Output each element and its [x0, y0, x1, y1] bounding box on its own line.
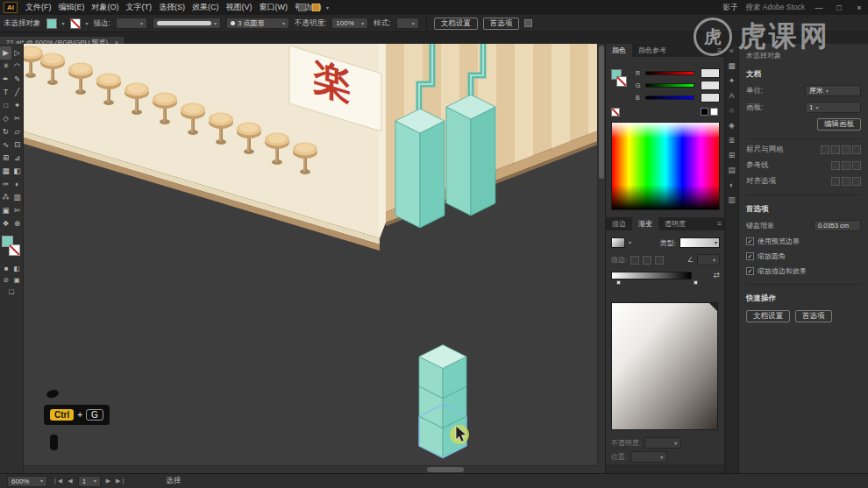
gradient-stop[interactable]	[694, 280, 698, 285]
canvas-area[interactable]: 楽	[24, 44, 605, 473]
brush-definition-select[interactable]: 3 点圆形▾	[226, 18, 289, 29]
graphic-styles-icon[interactable]: ◈	[725, 118, 738, 133]
next-artboard-icon[interactable]: ▶	[106, 477, 110, 484]
rotate-tool[interactable]: ↻	[0, 125, 11, 138]
lasso-tool[interactable]: ◠	[11, 60, 23, 73]
mesh-tool[interactable]: ▦	[0, 165, 11, 178]
panel-menu-icon[interactable]: ≡	[714, 44, 725, 57]
vertical-scrollbar[interactable]	[597, 44, 605, 465]
gradient-tool[interactable]: ◧	[11, 165, 23, 178]
none-swatch-icon[interactable]: ⊘	[2, 275, 11, 285]
menu-effect[interactable]: 效果(C)	[192, 2, 219, 13]
teal-prism-left[interactable]	[395, 109, 445, 228]
artboards-icon[interactable]: ⊞	[725, 148, 738, 163]
keyboard-increment-field[interactable]: 0.0353 cm	[814, 220, 861, 231]
tab-color[interactable]: 颜色	[606, 44, 632, 57]
checkbox-0[interactable]: ✓	[746, 237, 754, 245]
minimize-button[interactable]: —	[813, 4, 825, 12]
fill-stroke-widget[interactable]	[0, 236, 23, 260]
vertical-scrollbar-thumb[interactable]	[599, 46, 604, 179]
horizontal-scrollbar[interactable]	[24, 465, 597, 473]
quick-document-setup-button[interactable]: 文档设置	[746, 310, 790, 322]
type-tool[interactable]: T	[0, 86, 11, 99]
eraser-tool[interactable]: ✂	[11, 112, 23, 125]
width-profile-select[interactable]: ▾	[153, 18, 221, 29]
b-slider[interactable]	[645, 95, 694, 100]
adobe-stock-search[interactable]: 搜索 Adobe Stock	[745, 3, 805, 13]
smart-guides-icon[interactable]	[852, 161, 861, 170]
gradient-swatch-icon[interactable]: ◧	[12, 264, 21, 273]
toolbar-stroke-swatch[interactable]	[9, 244, 20, 256]
brushes-icon[interactable]: ✦	[725, 74, 738, 88]
pathfinder-icon[interactable]: ◐	[725, 178, 738, 193]
bw-swatches[interactable]	[701, 108, 718, 116]
gradient-swatch[interactable]	[611, 237, 625, 248]
blend-tool[interactable]: ◐	[11, 178, 23, 191]
column-graph-tool[interactable]: ▥	[11, 191, 23, 204]
menu-object[interactable]: 对象(O)	[92, 2, 119, 13]
selection-tool[interactable]: ▶	[0, 46, 11, 60]
align-icon[interactable]: ▤	[725, 163, 738, 178]
r-value-field[interactable]	[701, 68, 720, 78]
color-spectrum[interactable]	[611, 122, 720, 210]
pen-tool[interactable]: ✒	[0, 73, 11, 86]
arrange-documents-icon[interactable]	[298, 4, 306, 11]
menu-window[interactable]: 窗口(W)	[260, 2, 288, 13]
gradient-opacity-field[interactable]: ▾	[644, 437, 681, 449]
stroke-gradient-along-icon[interactable]	[643, 256, 651, 265]
menu-select[interactable]: 选择(S)	[159, 2, 185, 13]
tab-gradient[interactable]: 渐变	[632, 217, 658, 230]
app-logo-icon[interactable]: Ai	[4, 2, 18, 13]
stroke-weight-select[interactable]: ▾	[116, 18, 147, 29]
gradient-preview[interactable]	[611, 302, 718, 430]
paintbrush-tool[interactable]: ✦	[11, 99, 23, 112]
black-swatch[interactable]	[701, 108, 708, 116]
swatches-icon[interactable]: ▦	[725, 59, 738, 74]
zoom-level-select[interactable]: 600%▾	[7, 476, 47, 487]
checkbox-2[interactable]: ✓	[746, 267, 754, 275]
stroke-gradient-across-icon[interactable]	[655, 256, 664, 265]
line-segment-tool[interactable]: ╱	[11, 86, 23, 99]
snap-point-icon[interactable]	[852, 177, 861, 186]
horizontal-scrollbar-thumb[interactable]	[427, 467, 464, 472]
stroke-gradient-icon[interactable]	[630, 256, 639, 265]
gradient-location-field[interactable]: ▾	[630, 451, 667, 463]
first-artboard-icon[interactable]: ❘◀	[53, 477, 62, 484]
last-artboard-icon[interactable]: ▶❘	[116, 477, 125, 484]
menu-edit[interactable]: 编辑(E)	[59, 2, 85, 13]
checkbox-1[interactable]: ✓	[746, 252, 754, 260]
fill-color-icon[interactable]: ■	[2, 264, 11, 273]
artboard-nav-field[interactable]: 1▾	[78, 476, 101, 487]
stroke-color-swatch[interactable]	[70, 18, 81, 29]
gradient-type-select[interactable]: ▾	[679, 237, 720, 248]
eyedropper-tool[interactable]: ✑	[0, 178, 11, 191]
free-transform-tool[interactable]: ⊡	[11, 138, 23, 152]
snap-pixel-icon[interactable]	[842, 177, 850, 186]
close-button[interactable]: ×	[853, 4, 865, 12]
tab-transparency[interactable]: 透明度	[658, 217, 692, 230]
draw-mode-icon[interactable]: ▣	[12, 275, 21, 285]
g-slider[interactable]	[645, 83, 694, 88]
style-select[interactable]: ▾	[396, 18, 419, 29]
menu-type[interactable]: 文字(T)	[126, 2, 153, 13]
character-icon[interactable]: A	[725, 88, 738, 103]
symbol-sprayer-tool[interactable]: ⁂	[0, 191, 11, 204]
gradient-slider[interactable]	[611, 272, 692, 279]
menu-view[interactable]: 视图(V)	[226, 2, 253, 13]
show-rulers-icon[interactable]	[821, 145, 829, 154]
hand-tool[interactable]: ❖	[0, 217, 11, 230]
collapse-dock-icon[interactable]: «	[725, 44, 738, 59]
opacity-select[interactable]: 100%▾	[331, 18, 368, 29]
r-slider[interactable]	[645, 71, 694, 75]
fill-color-swatch[interactable]	[46, 18, 57, 29]
show-transparency-grid-icon[interactable]	[842, 145, 850, 154]
document-setup-button[interactable]: 文档设置	[434, 18, 478, 30]
none-swatch[interactable]	[611, 108, 620, 117]
edit-artboards-button[interactable]: 编辑画板	[817, 118, 861, 131]
lock-guides-icon[interactable]	[842, 161, 850, 170]
artboard-select[interactable]: 1▾	[805, 102, 861, 113]
slice-tool[interactable]: ✄	[11, 204, 23, 217]
artboard-tool[interactable]: ▣	[0, 204, 11, 217]
panel-menu-icon[interactable]: ≡	[714, 217, 725, 230]
tab-color-guide[interactable]: 颜色参考	[632, 44, 672, 57]
